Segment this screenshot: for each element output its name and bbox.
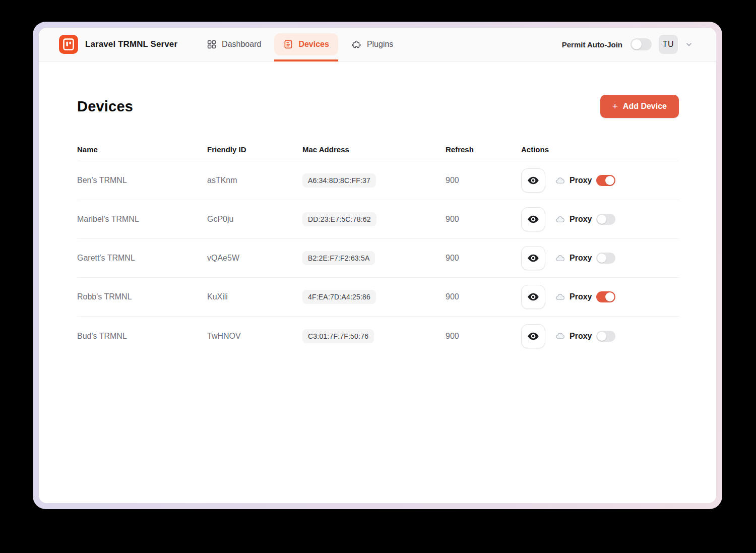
view-device-button[interactable] (521, 168, 545, 193)
eye-icon (527, 174, 539, 187)
device-name: Garett's TRMNL (77, 254, 207, 263)
list-panel-icon (283, 39, 293, 49)
nav-tab-plugins[interactable]: Plugins (342, 33, 402, 55)
device-refresh: 900 (446, 215, 521, 224)
table-row: Bud's TRMNL TwHNOV C3:01:7F:7F:50:76 900 (77, 317, 679, 355)
app-window-frame: Laravel TRMNL Server Dashboard (33, 22, 722, 509)
device-mac-address: DD:23:E7:5C:78:62 (302, 212, 376, 226)
header-right: Permit Auto-Join TU (562, 35, 693, 54)
device-friendly-id: GcP0ju (207, 215, 302, 224)
cloud-icon (555, 176, 565, 186)
nav-tab-devices[interactable]: Devices (274, 33, 338, 55)
cloud-icon (555, 215, 565, 224)
cloud-icon (555, 292, 565, 302)
device-name: Robb's TRMNL (77, 292, 207, 301)
nav-tab-label: Devices (298, 40, 329, 49)
column-header-refresh: Refresh (446, 145, 521, 154)
device-actions: Proxy (521, 285, 679, 309)
main-content: Devices + Add Device Name Friendly ID Ma… (39, 62, 716, 503)
device-name: Bud's TRMNL (77, 332, 207, 341)
permit-auto-join-label: Permit Auto-Join (562, 40, 622, 49)
app-title: Laravel TRMNL Server (85, 39, 177, 49)
view-device-button[interactable] (521, 285, 545, 309)
device-friendly-id: KuXili (207, 292, 302, 301)
page-head: Devices + Add Device (77, 95, 679, 118)
device-friendly-id: asTKnm (207, 176, 302, 185)
proxy-label: Proxy (570, 215, 592, 224)
proxy-toggle[interactable] (596, 331, 615, 342)
eye-icon (527, 330, 539, 342)
device-friendly-id: vQAe5W (207, 254, 302, 263)
brand: Laravel TRMNL Server (59, 35, 177, 54)
column-header-friendly-id: Friendly ID (207, 145, 302, 154)
column-header-actions: Actions (521, 145, 679, 154)
eye-icon (527, 291, 539, 303)
table-header-row: Name Friendly ID Mac Address Refresh Act… (77, 138, 679, 161)
view-device-button[interactable] (521, 324, 545, 348)
nav-tab-dashboard[interactable]: Dashboard (198, 33, 270, 55)
device-mac-address: C3:01:7F:7F:50:76 (302, 329, 374, 343)
device-actions: Proxy (521, 207, 679, 231)
table-row: Garett's TRMNL vQAe5W B2:2E:F7:F2:63:5A … (77, 239, 679, 278)
column-header-mac-address: Mac Address (302, 145, 446, 154)
proxy-group: Proxy (555, 291, 615, 302)
nav-tab-label: Dashboard (222, 40, 261, 49)
app-header: Laravel TRMNL Server Dashboard (39, 28, 716, 62)
user-avatar[interactable]: TU (659, 35, 678, 54)
column-header-name: Name (77, 145, 207, 154)
proxy-toggle[interactable] (596, 291, 615, 302)
proxy-group: Proxy (555, 214, 615, 225)
desktop-background: Laravel TRMNL Server Dashboard (0, 0, 756, 553)
chevron-down-icon[interactable] (685, 40, 693, 48)
eye-icon (527, 252, 539, 264)
proxy-label: Proxy (570, 292, 592, 301)
device-refresh: 900 (446, 292, 521, 301)
device-refresh: 900 (446, 332, 521, 341)
main-nav: Dashboard Devices (198, 28, 402, 61)
device-mac-address: A6:34:8D:8C:FF:37 (302, 173, 376, 188)
view-device-button[interactable] (521, 207, 545, 231)
device-name: Maribel's TRMNL (77, 215, 207, 224)
device-name: Ben's TRMNL (77, 176, 207, 185)
app-window: Laravel TRMNL Server Dashboard (39, 28, 716, 503)
cloud-icon (555, 331, 565, 341)
proxy-group: Proxy (555, 175, 615, 186)
proxy-toggle[interactable] (596, 214, 615, 225)
add-device-label: Add Device (623, 102, 667, 111)
device-refresh: 900 (446, 176, 521, 185)
table-body: Ben's TRMNL asTKnm A6:34:8D:8C:FF:37 900 (77, 161, 679, 355)
puzzle-icon (351, 39, 362, 50)
proxy-label: Proxy (570, 332, 592, 341)
page-title: Devices (77, 98, 133, 115)
nav-tab-label: Plugins (367, 40, 393, 49)
table-row: Ben's TRMNL asTKnm A6:34:8D:8C:FF:37 900 (77, 161, 679, 200)
devices-table: Name Friendly ID Mac Address Refresh Act… (77, 138, 679, 355)
device-actions: Proxy (521, 168, 679, 193)
view-device-button[interactable] (521, 246, 545, 270)
eye-icon (527, 213, 539, 225)
table-row: Robb's TRMNL KuXili 4F:EA:7D:A4:25:86 90… (77, 278, 679, 317)
proxy-label: Proxy (570, 176, 592, 185)
proxy-label: Proxy (570, 254, 592, 263)
proxy-group: Proxy (555, 331, 615, 342)
add-device-button[interactable]: + Add Device (600, 95, 679, 118)
device-refresh: 900 (446, 254, 521, 263)
device-mac-address: 4F:EA:7D:A4:25:86 (302, 290, 376, 304)
device-mac-address: B2:2E:F7:F2:63:5A (302, 251, 375, 265)
plus-icon: + (612, 101, 618, 111)
proxy-toggle[interactable] (596, 175, 615, 186)
device-actions: Proxy (521, 246, 679, 270)
proxy-toggle[interactable] (596, 253, 615, 264)
cloud-icon (555, 254, 565, 263)
device-friendly-id: TwHNOV (207, 332, 302, 341)
proxy-group: Proxy (555, 253, 615, 264)
grid-icon (207, 39, 217, 49)
table-row: Maribel's TRMNL GcP0ju DD:23:E7:5C:78:62… (77, 200, 679, 239)
permit-auto-join-toggle[interactable] (631, 38, 652, 50)
trmnl-logo-icon (59, 35, 78, 54)
device-actions: Proxy (521, 324, 679, 348)
